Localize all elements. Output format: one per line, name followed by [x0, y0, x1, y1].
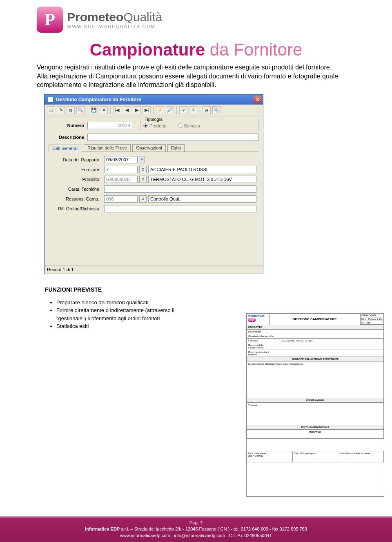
prodotto-name-field[interactable]: TERMOSTATO CL. G MOT. 2.0 JTD 16V — [148, 176, 256, 183]
app-window: Gestione Campionature da Fornitore ✕ □ ✎… — [44, 94, 263, 274]
tab-esito[interactable]: Esito — [167, 144, 185, 152]
descrizione-field[interactable] — [87, 134, 259, 141]
close-icon[interactable]: ✕ — [254, 96, 261, 103]
report-sec-prodotto: PRODOTTO — [247, 325, 384, 330]
tab-bar: Dati Generali Risultati delle Prove Osse… — [49, 144, 259, 152]
status-bar: Record 1 di 1 — [45, 265, 263, 274]
respons-name-field[interactable]: Controllo Qual. — [148, 195, 256, 203]
fornitore-code-field[interactable]: 7 — [104, 166, 138, 173]
find-icon[interactable]: 🔍 — [76, 106, 85, 114]
info-icon[interactable]: ? — [189, 106, 197, 114]
tab-osservazioni[interactable]: Osservazioni — [132, 144, 166, 152]
first-icon[interactable]: |◀ — [113, 106, 121, 114]
report-logo: inform@tica edp — [247, 313, 269, 325]
cancel-icon[interactable]: ✕ — [100, 106, 108, 114]
prodotto-lookup-icon[interactable]: ⚙ — [139, 176, 147, 183]
funzioni-item: Statistica esiti — [56, 322, 196, 330]
tipologia-legend: Tipologia — [143, 117, 164, 122]
last-icon[interactable]: ▶| — [143, 106, 151, 114]
funzioni-section: FUNZIONI PREVISTE Preparare elenco dei f… — [0, 274, 196, 330]
window-icon — [48, 97, 53, 103]
brand-header: PrometeoQualità WWW.SOFTWAREQUALITA.COM — [0, 0, 392, 33]
intro-paragraph: Vengono registrati i risultati delle pro… — [0, 63, 392, 89]
print-icon[interactable]: 🖨 — [203, 106, 211, 114]
descrizione-label: Descrizione — [49, 135, 87, 140]
zoom-icon[interactable]: 🔎 — [166, 106, 174, 114]
tab-dati-generali[interactable]: Dati Generali — [49, 145, 82, 152]
fornitore-lookup-icon[interactable]: ⚙ — [139, 166, 147, 173]
data-rapporto-field[interactable]: 09/03/2007 — [104, 156, 138, 163]
edit-icon[interactable]: ✎ — [57, 106, 65, 114]
report-title: GESTIONE CAMPIONATURE — [269, 313, 360, 325]
respons-code-field[interactable]: 006 — [104, 195, 138, 203]
radio-prodotto[interactable]: Prodotto — [143, 123, 167, 128]
report-preview: inform@tica edp GESTIONE CAMPIONATURE OR… — [246, 313, 384, 497]
fornitore-label: Fornitore — [51, 167, 102, 172]
prodotto-label: Prodotto — [51, 177, 102, 182]
carat-field[interactable] — [104, 185, 256, 193]
help-icon[interactable]: ? — [179, 106, 187, 114]
carat-label: Carat. Tecniche — [51, 187, 102, 192]
date-dropdown-icon[interactable]: ▼ — [139, 156, 145, 163]
page-number: Pag. 7 — [0, 520, 392, 526]
fornitore-name-field[interactable]: ACCIAIERIE PAOLO ROSSI — [148, 166, 256, 173]
respons-label: Respons. Camp. — [51, 196, 102, 201]
new-icon[interactable]: □ — [47, 106, 55, 114]
numero-field[interactable]: 00124 — [87, 122, 132, 129]
logo-text: PrometeoQualità WWW.SOFTWAREQUALITA.COM — [67, 10, 162, 29]
report-sec-osserv: OSSERVAZIONI — [247, 398, 384, 403]
next-icon[interactable]: ▶ — [133, 106, 141, 114]
report-risultati-text: Le misurazioni effettuate hanno dato esi… — [247, 361, 384, 398]
numero-label: Numero — [49, 123, 87, 128]
respons-lookup-icon[interactable]: ⚙ — [139, 195, 147, 203]
page-title: Campionature da Fornitore — [0, 40, 392, 60]
funzioni-item: Preparare elenco dei fornitori qualifica… — [56, 299, 196, 307]
report-esito-value: POSITIVO — [247, 430, 384, 439]
save-icon[interactable]: 💾 — [90, 106, 98, 114]
page-footer: Pag. 7 Informatica EDP s.r.l. – Strada d… — [0, 516, 392, 542]
logo-icon — [37, 7, 63, 33]
window-title: Gestione Campionature da Fornitore — [56, 97, 141, 103]
action-icon[interactable]: ⚡ — [156, 106, 164, 114]
prodotto-code-field[interactable]: G80088000 — [104, 176, 138, 183]
report-meta: ORGACQ004 Rev. Pagina 1 di 1 RIF.Doc. — [360, 313, 384, 325]
data-rapporto-label: Data del Rapporto — [51, 157, 102, 162]
rif-ordine-field[interactable] — [104, 205, 256, 212]
report-sec-risultati: RISULTATI DELLE PROVE EFFETTUATE — [247, 357, 384, 361]
funzioni-item: Fornire direttamente o indirettamente (a… — [56, 306, 196, 322]
report-signatures: Data delle prove2007. 3.09.00 Visto Uffi… — [247, 451, 384, 462]
attach-icon[interactable]: 📎 — [212, 106, 220, 114]
delete-icon[interactable]: 🗑 — [67, 106, 75, 114]
toolbar: □ ✎ 🗑 🔍 💾 ✕ |◀ ◀ ▶ ▶| ⚡ 🔎 ? ? 🖨 📎 — [45, 105, 263, 116]
window-titlebar: Gestione Campionature da Fornitore ✕ — [45, 95, 263, 105]
report-sec-esito: ESITO CAMPIONATURA — [247, 425, 384, 430]
rif-ordine-label: Rif. Ordine/Richiesta — [51, 206, 102, 211]
tab-risultati[interactable]: Risultati delle Prove — [84, 144, 131, 152]
prev-icon[interactable]: ◀ — [123, 106, 131, 114]
funzioni-title: FUNZIONI PREVISTE — [45, 286, 196, 293]
report-osserv-text: Tutto ok — [247, 403, 384, 425]
radio-servizio[interactable]: Servizio — [178, 123, 200, 128]
